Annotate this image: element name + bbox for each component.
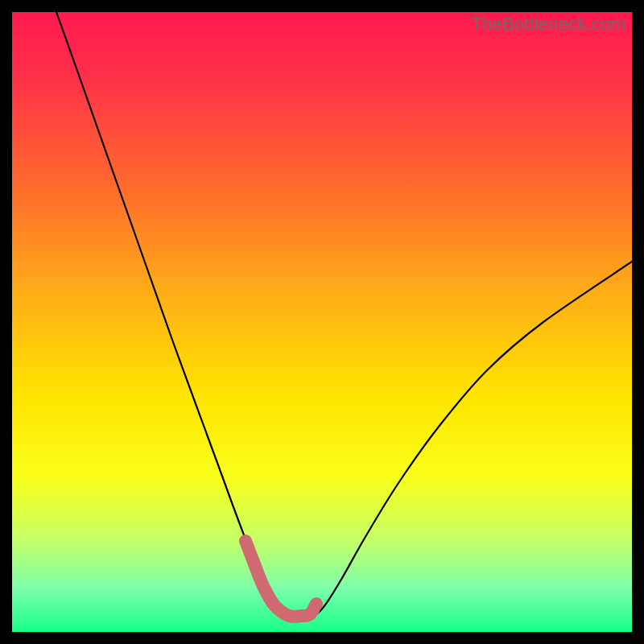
highlight-segment	[246, 541, 316, 617]
watermark-text: TheBottleneck.com	[471, 14, 625, 35]
chart-plot	[12, 12, 632, 632]
bottleneck-curve	[56, 12, 632, 617]
chart-frame: TheBottleneck.com	[12, 12, 632, 632]
